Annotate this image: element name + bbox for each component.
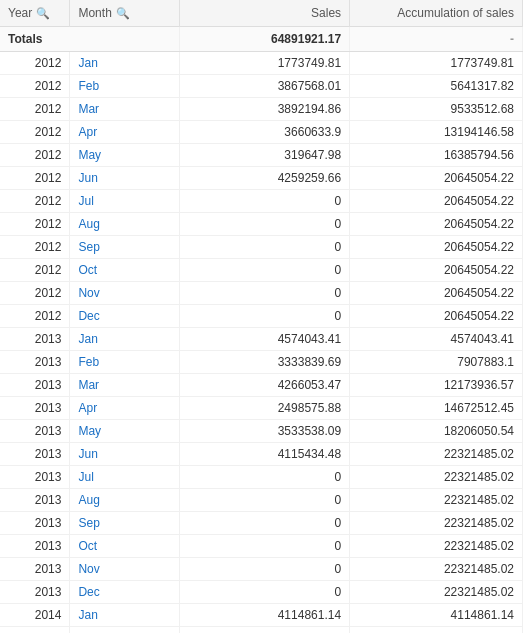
sales-cell: 0: [180, 236, 350, 259]
year-search-icon[interactable]: 🔍: [36, 7, 48, 19]
month-cell: Jan: [70, 52, 180, 75]
table-row: 2013 Oct 0 22321485.02: [0, 535, 523, 558]
sales-cell: 3660633.9: [180, 121, 350, 144]
table-row: 2013 Feb 3333839.69 7907883.1: [0, 351, 523, 374]
sales-cell: 0: [180, 512, 350, 535]
sales-cell: 4115434.48: [180, 443, 350, 466]
year-cell: 2013: [0, 489, 70, 512]
year-cell: 2012: [0, 305, 70, 328]
totals-accum: -: [350, 27, 523, 52]
month-cell: May: [70, 420, 180, 443]
table-row: 2012 Feb 3867568.01 5641317.82: [0, 75, 523, 98]
table-row: 2013 Aug 0 22321485.02: [0, 489, 523, 512]
year-column-header: Year 🔍: [0, 0, 70, 27]
accum-cell: 22321485.02: [350, 512, 523, 535]
month-cell: Oct: [70, 259, 180, 282]
sales-cell: 0: [180, 466, 350, 489]
month-cell: Jun: [70, 443, 180, 466]
year-cell: 2012: [0, 259, 70, 282]
month-cell: Mar: [70, 374, 180, 397]
year-cell: 2013: [0, 351, 70, 374]
month-cell: Jul: [70, 466, 180, 489]
totals-label: Totals: [0, 27, 180, 52]
sales-cell: 1773749.81: [180, 52, 350, 75]
year-cell: 2012: [0, 213, 70, 236]
accum-cell: 20645054.22: [350, 190, 523, 213]
month-cell: Feb: [70, 351, 180, 374]
sales-cell: 0: [180, 489, 350, 512]
accum-cell: 22321485.02: [350, 581, 523, 604]
table-row: 2012 Dec 0 20645054.22: [0, 305, 523, 328]
month-cell: Jan: [70, 328, 180, 351]
accum-cell: 1773749.81: [350, 52, 523, 75]
accum-column-header: Accumulation of sales: [350, 0, 523, 27]
year-cell: 2012: [0, 144, 70, 167]
sales-cell: 0: [180, 190, 350, 213]
accum-cell: 4574043.41: [350, 328, 523, 351]
accum-cell: 7313578.77: [350, 627, 523, 634]
year-cell: 2013: [0, 512, 70, 535]
accum-cell: 9533512.68: [350, 98, 523, 121]
table-row: 2014 Jan 4114861.14 4114861.14: [0, 604, 523, 627]
sales-cell: 4574043.41: [180, 328, 350, 351]
sales-cell: 0: [180, 282, 350, 305]
accum-cell: 22321485.02: [350, 443, 523, 466]
month-column-header: Month 🔍: [70, 0, 180, 27]
sales-cell: 3533538.09: [180, 420, 350, 443]
accum-cell: 22321485.02: [350, 466, 523, 489]
accum-cell: 20645054.22: [350, 167, 523, 190]
month-cell: Sep: [70, 236, 180, 259]
year-cell: 2012: [0, 121, 70, 144]
accum-header-label: Accumulation of sales: [397, 6, 514, 20]
accum-cell: 22321485.02: [350, 489, 523, 512]
table-row: 2013 May 3533538.09 18206050.54: [0, 420, 523, 443]
table-row: 2013 Jan 4574043.41 4574043.41: [0, 328, 523, 351]
year-cell: 2012: [0, 98, 70, 121]
month-cell: Dec: [70, 305, 180, 328]
table-row: 2014 Feb 3198717.63 7313578.77: [0, 627, 523, 634]
accum-cell: 20645054.22: [350, 282, 523, 305]
table-row: 2012 Jun 4259259.66 20645054.22: [0, 167, 523, 190]
accum-cell: 22321485.02: [350, 535, 523, 558]
table-row: 2012 Mar 3892194.86 9533512.68: [0, 98, 523, 121]
totals-sales: 64891921.17: [180, 27, 350, 52]
sales-cell: 0: [180, 213, 350, 236]
month-cell: Jun: [70, 167, 180, 190]
sales-cell: 0: [180, 259, 350, 282]
sales-cell: 0: [180, 581, 350, 604]
year-cell: 2012: [0, 282, 70, 305]
sales-cell: 0: [180, 305, 350, 328]
table-row: 2012 Sep 0 20645054.22: [0, 236, 523, 259]
accum-cell: 14672512.45: [350, 397, 523, 420]
month-cell: Sep: [70, 512, 180, 535]
accum-cell: 12173936.57: [350, 374, 523, 397]
accum-cell: 20645054.22: [350, 259, 523, 282]
sales-cell: 2498575.88: [180, 397, 350, 420]
totals-row: Totals 64891921.17 -: [0, 27, 523, 52]
month-cell: Feb: [70, 627, 180, 634]
table-row: 2012 Jan 1773749.81 1773749.81: [0, 52, 523, 75]
sales-cell: 4259259.66: [180, 167, 350, 190]
sales-cell: 4114861.14: [180, 604, 350, 627]
month-search-icon[interactable]: 🔍: [116, 7, 128, 19]
year-cell: 2014: [0, 627, 70, 634]
month-cell: Nov: [70, 558, 180, 581]
year-cell: 2012: [0, 167, 70, 190]
accum-cell: 18206050.54: [350, 420, 523, 443]
sales-cell: 3892194.86: [180, 98, 350, 121]
year-cell: 2013: [0, 420, 70, 443]
month-cell: Jul: [70, 190, 180, 213]
month-cell: Nov: [70, 282, 180, 305]
table-row: 2013 Dec 0 22321485.02: [0, 581, 523, 604]
accum-cell: 5641317.82: [350, 75, 523, 98]
sales-cell: 3198717.63: [180, 627, 350, 634]
table-row: 2013 Sep 0 22321485.02: [0, 512, 523, 535]
table-row: 2012 Nov 0 20645054.22: [0, 282, 523, 305]
table-row: 2013 Jul 0 22321485.02: [0, 466, 523, 489]
table-row: 2012 Aug 0 20645054.22: [0, 213, 523, 236]
sales-cell: 3333839.69: [180, 351, 350, 374]
accum-cell: 20645054.22: [350, 236, 523, 259]
month-cell: May: [70, 144, 180, 167]
accum-cell: 7907883.1: [350, 351, 523, 374]
month-cell: Dec: [70, 581, 180, 604]
